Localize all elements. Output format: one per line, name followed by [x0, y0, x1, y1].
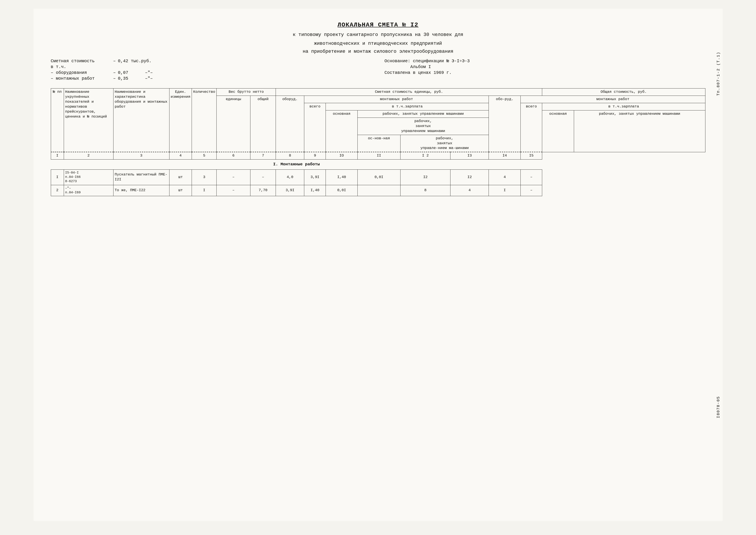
header-total-zarp: в т.ч.зарплата — [542, 103, 705, 110]
subtitle-line1: к типовому проекту санитарного пропускни… — [51, 31, 705, 38]
row1-montazh-rab: 0,0I — [357, 169, 400, 185]
row2-total-osnov: I — [489, 185, 521, 196]
sub-subtitle: на приобретение и монтаж силового электр… — [51, 49, 705, 54]
header-osnov-sub: ос-нов-ная — [357, 135, 400, 152]
row1-num: I — [51, 169, 64, 185]
main-table: № пп Наимнование укрупнённых показателей… — [51, 88, 705, 209]
row2-qty: I — [192, 185, 217, 196]
side-label-top: Тп.807-1-2 (Т.1) — [716, 52, 720, 96]
row2-montazh-osnov: 0,0I — [326, 185, 358, 196]
colnum-5: 5 — [192, 152, 217, 159]
header-montazh-vsego: всего — [304, 103, 326, 152]
header-montazh-zarp: в т.ч.зарплата — [326, 103, 489, 110]
colnum-4: 4 — [169, 152, 192, 159]
row2-montazh-vsego: I,40 — [304, 185, 326, 196]
meta-row-sostavlena: Составлена в ценах 1969 г. — [384, 70, 705, 75]
row2-wt-total: 7,70 — [250, 185, 276, 196]
row2-total-rab: – — [521, 185, 542, 196]
row2-obo-unit: 3,9I — [276, 185, 304, 196]
header-montazh-rab2: рабочих,занятыхуправлением машинами — [357, 118, 489, 135]
row2-num: 2 — [51, 185, 64, 196]
colnum-15: I5 — [521, 152, 542, 159]
header-num: № пп — [51, 89, 64, 152]
meta-section: Сметная стоимость – 0,42 тыс.руб. в т.ч.… — [51, 59, 705, 82]
row1-montazh-osnov: I,40 — [326, 169, 358, 185]
colnum-6: 6 — [217, 152, 250, 159]
meta-row-albom: Альбом I — [384, 64, 705, 69]
header-char: Наименование и характеристика оборудован… — [113, 89, 169, 152]
albom-label: Альбом I — [384, 64, 431, 69]
side-label-bottom: I8078-05 — [716, 396, 720, 418]
vtch-label: в т.ч. — [51, 64, 66, 69]
colnum-14: I4 — [489, 152, 521, 159]
header-unit: Един. измерения — [169, 89, 192, 152]
colnum-2: 2 — [64, 152, 113, 159]
obo-label: – оборудования — [51, 70, 111, 75]
header-wt-total: общий — [250, 96, 276, 152]
row1-total-vsego: I2 — [450, 169, 489, 185]
row1-total-obo: I2 — [400, 169, 450, 185]
header-smeta: Сметная стоимость единицы, руб. — [276, 89, 542, 96]
table-row-1: I I5-04-I п.04-I66 8-6273 Пускатель магн… — [51, 169, 705, 185]
row2-wt-unit: – — [217, 185, 250, 196]
section-header: I. Монтажные работы — [51, 159, 542, 170]
obo-unit: –"– — [145, 70, 153, 75]
header-montazh-osnov: основная — [326, 110, 358, 152]
row2-unit: шт — [169, 185, 192, 196]
colnum-3: 3 — [113, 152, 169, 159]
row1-name: Пускатель магнитный ПМЕ-I2I — [113, 169, 169, 185]
colnum-1: I — [51, 152, 64, 159]
colnum-9: 9 — [304, 152, 326, 159]
header-wt-unit: единицы — [217, 96, 250, 152]
column-numbers-row: I 2 3 4 5 6 7 8 9 IO II I 2 I3 I4 I5 — [51, 152, 705, 159]
montazh-value: 0,35 — [118, 76, 144, 81]
main-title: ЛОКАЛЬНАЯ СМЕТА № I2 — [51, 21, 705, 28]
header-row-1: № пп Наимнование укрупнённых показателей… — [51, 89, 705, 96]
colnum-10: IO — [326, 152, 358, 159]
colnum-13: I3 — [450, 152, 489, 159]
meta-left: Сметная стоимость – 0,42 тыс.руб. в т.ч.… — [51, 59, 372, 82]
header-obshch-obo: обо-руд. — [489, 96, 521, 152]
header-montazh-rab: рабочих, занятых управлением машинами — [357, 110, 489, 118]
smetnaya-dash: – — [113, 59, 116, 64]
row1-montazh-vsego: 3,9I — [304, 169, 326, 185]
empty-row-1 — [51, 196, 705, 209]
page-container: Тп.807-1-2 (Т.1) I8078-05 ЛОКАЛЬНАЯ СМЕТ… — [34, 9, 723, 521]
row2-total-obo: 8 — [400, 185, 450, 196]
colnum-8: 8 — [276, 152, 304, 159]
row2-name: То же, ПМЕ-I22 — [113, 185, 169, 196]
header-total-vsego: всего — [521, 103, 542, 152]
row1-qty: 3 — [192, 169, 217, 185]
meta-row-montazh: – монтажных работ – 0,35 –"– — [51, 76, 372, 81]
row1-wt-unit: – — [217, 169, 250, 185]
header-wt: Вес брутто нетто — [217, 89, 276, 96]
table-row-2: 2 –"– п.04-I69 То же, ПМЕ-I22 шт I – 7,7… — [51, 185, 705, 196]
header-obshch: Общая стоимость, руб. — [542, 89, 705, 96]
header-total-rab: рабочих, занятых управлением машинами — [574, 110, 705, 152]
smetnaya-label: Сметная стоимость — [51, 59, 111, 64]
row2-total-vsego: 4 — [450, 185, 489, 196]
header-name: Наимнование укрупнённых показателей и но… — [64, 89, 113, 152]
subtitle-line2: животноводческих и птицеводческих предпр… — [51, 40, 705, 47]
header-obshch-montazh: монтажных работ — [521, 96, 705, 103]
row1-wt-total: – — [250, 169, 276, 185]
row1-total-osnov: 4 — [489, 169, 521, 185]
header-montazh: монтажных работ — [304, 96, 489, 103]
header-total-osnov: основная — [542, 110, 574, 152]
colnum-12: I 2 — [400, 152, 450, 159]
row1-total-rab: – — [521, 169, 542, 185]
header-qty: Количество — [192, 89, 217, 152]
section-header-row: I. Монтажные работы — [51, 159, 705, 170]
meta-row-smetnaya: Сметная стоимость – 0,42 тыс.руб. — [51, 59, 372, 64]
row1-obo-unit: 4,0 — [276, 169, 304, 185]
sostavlena-label: Составлена в ценах 1969 г. — [384, 70, 452, 75]
colnum-11: II — [357, 152, 400, 159]
meta-row-osnovaniye: Основание: спецификации № Э-I÷Э-3 — [384, 59, 705, 64]
row1-unit: шт — [169, 169, 192, 185]
smetnaya-value: 0,42 тыс.руб. — [118, 59, 152, 64]
meta-row-vtch: в т.ч. — [51, 64, 372, 69]
row2-montazh-rab — [357, 185, 400, 196]
montazh-unit: –"– — [145, 76, 153, 81]
header-rab-detail: рабочих,занятыхуправле-нием ма-шинами — [400, 135, 489, 152]
colnum-7: 7 — [250, 152, 276, 159]
